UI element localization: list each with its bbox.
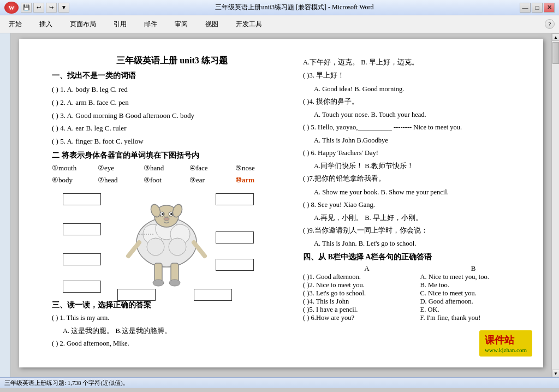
r-q9: ( )9.当你邀请别人一同上学时，你会说： (303, 225, 516, 236)
r-q2a: A.下午好，迈克。 B. 早上好，迈克。 (303, 57, 516, 68)
svg-point-11 (164, 217, 169, 221)
s3-q2: ( ) 2. Good afternoon, Mike. (52, 338, 292, 349)
match5-b: E. OK. (420, 306, 516, 314)
right-column: A.下午好，迈克。 B. 早上好，迈克。 ( )3. 早上好！ A. Good … (303, 55, 516, 351)
scroll-down-button[interactable]: ▼ (552, 370, 559, 377)
r-q9a: A. This is John. B. Let's go to school. (303, 238, 516, 249)
svg-point-10 (170, 213, 173, 215)
section3-title: 三、读一读，选择正确的答案 (52, 300, 292, 310)
match3-b: C. Nice to meet you. (420, 289, 516, 298)
status-text: 三年级英语上册练习题: 1,738 个字符(近似值)。 (4, 379, 129, 387)
label-foot: ⑧foot (144, 176, 187, 185)
help-button[interactable]: ? (545, 19, 555, 29)
save-button[interactable]: 💾 (21, 3, 32, 13)
match6-b: F. I'm fine, thank you! (420, 314, 516, 322)
label-arm: ⑩arm (235, 176, 279, 185)
match2-b: B. Me too. (420, 281, 516, 289)
section1-title: 一、找出不是一类的词语 (52, 71, 292, 81)
match6-a: ( ) 6.How are you? (303, 314, 420, 322)
label-eye: ②eye (98, 164, 141, 173)
blank-box-5 (63, 253, 101, 265)
ribbon: 开始 插入 页面布局 引用 邮件 审阅 视图 开发工具 ? (0, 15, 559, 33)
match-row-4: ( )4. This is John D. Good afternoon. (303, 298, 516, 306)
title-bar: W 💾 ↩ ↪ ▼ 三年级英语上册unit3练习题 [兼容模式] - Micro… (0, 0, 559, 15)
status-bar: 三年级英语上册练习题: 1,738 个字符(近似值)。 (0, 377, 559, 388)
blank-box-3 (63, 223, 101, 235)
close-button[interactable]: ✕ (544, 3, 555, 13)
s1-item1: ( ) 1. A. body B. leg C. red (52, 84, 292, 96)
svg-point-19 (169, 280, 180, 286)
r-q4: ( )4. 摸你的鼻子。 (303, 96, 516, 108)
scroll-thumb[interactable] (552, 42, 559, 64)
tab-insert[interactable]: 插入 (35, 17, 57, 31)
match-row-6: ( ) 6.How are you? F. I'm fine, thank yo… (303, 314, 516, 322)
svg-point-18 (153, 280, 164, 286)
document-area: 三年级英语上册 unit3 练习题 一、找出不是一类的词语 ( ) 1. A. … (11, 33, 551, 377)
match1-b: A. Nice to meet you, too. (420, 273, 516, 281)
tab-dev[interactable]: 开发工具 (231, 17, 266, 31)
s3-q1a: A. 这是我的腿。 B.这是我的胳膊。 (52, 325, 292, 336)
s3-q1: ( ) 1. This is my arm. (52, 312, 292, 324)
label-nose: ⑤nose (235, 164, 279, 173)
section2-title: 二 将表示身体各器官的单词填在下图括号内 (52, 151, 292, 161)
label-face: ④face (189, 164, 233, 173)
body-labels: ①mouth ②eye ③hand ④face ⑤nose (52, 164, 292, 173)
blank-box-7 (63, 281, 101, 293)
office-logo[interactable]: W (4, 2, 19, 14)
label-hand: ③hand (144, 164, 187, 173)
body-diagram (52, 188, 281, 297)
s1-item5: ( ) 5. A. finger B. foot C. yellow (52, 136, 292, 147)
label-head: ⑦head (98, 176, 141, 185)
label-body: ⑥body (52, 176, 96, 185)
match-row-5: ( )5. I have a pencil. E. OK. (303, 306, 516, 314)
tab-mailings[interactable]: 邮件 (140, 17, 162, 31)
document-title: 三年级英语上册 unit3 练习题 (52, 55, 292, 67)
r-q6: ( ) 6. Happy Teachers' Day! (303, 147, 516, 159)
s1-item4: ( ) 4. A. ear B. leg C. ruler (52, 123, 292, 134)
r-q4a: A. Touch your nose. B. Touch your head. (303, 109, 516, 120)
match-col-headers: A B (303, 264, 516, 273)
s1-item2: ( ) 2. A. arm B. face C. pen (52, 97, 292, 109)
tab-review[interactable]: 审阅 (170, 17, 192, 31)
svg-point-5 (169, 238, 186, 256)
label-mouth: ①mouth (52, 164, 96, 173)
r-q3a: A. Good idea! B. Good morning. (303, 84, 516, 94)
window-title: 三年级英语上册unit3练习题 [兼容模式] - Microsoft Word (69, 3, 520, 12)
left-column: 三年级英语上册 unit3 练习题 一、找出不是一类的词语 ( ) 1. A. … (52, 55, 292, 351)
col-b-header: B (431, 264, 516, 273)
label-ear: ⑨ear (189, 176, 233, 185)
r-q5a: A. This is John B.Goodbye (303, 135, 516, 146)
match5-a: ( )5. I have a pencil. (303, 306, 420, 314)
redo-button[interactable]: ↪ (46, 3, 57, 13)
r-q7: ( )7.把你的铅笔拿给我看。 (303, 173, 516, 185)
blank-box-4 (216, 231, 254, 243)
body-labels-2: ⑥body ⑦head ⑧foot ⑨ear ⑩arm (52, 176, 292, 185)
tab-references[interactable]: 引用 (109, 17, 131, 31)
sheep-illustration (123, 188, 210, 292)
watermark: 课件站 www.kjzhan.com (479, 330, 532, 357)
s1-item3: ( ) 3. A. Good morning B Good afternoon … (52, 110, 292, 122)
vertical-scrollbar[interactable]: ▲ ▼ (551, 33, 559, 377)
tab-start[interactable]: 开始 (4, 17, 26, 31)
r-q6a: A.同学们快乐！ B.教师节快乐！ (303, 161, 516, 171)
svg-point-4 (147, 238, 164, 256)
maximize-button[interactable]: □ (532, 3, 543, 13)
blank-box-1 (63, 193, 101, 205)
match3-a: ( )3. Let's go to school. (303, 289, 420, 298)
scroll-track (552, 41, 559, 370)
tab-view[interactable]: 视图 (201, 17, 223, 31)
tab-layout[interactable]: 页面布局 (66, 17, 100, 31)
r-q3: ( )3. 早上好！ (303, 70, 516, 81)
section4-title: 四、从 B栏中选择 A栏各句的正确答语 (303, 252, 516, 262)
r-q7a: A. Show me your book. B. Show me your pe… (303, 187, 516, 198)
customize-button[interactable]: ▼ (58, 3, 69, 13)
minimize-button[interactable]: — (520, 3, 531, 13)
match-row-3: ( )3. Let's go to school. C. Nice to mee… (303, 289, 516, 298)
match1-a: ( )1. Good afternoon. (303, 273, 420, 281)
match4-a: ( )4. This is John (303, 298, 420, 306)
col-a-header: A (303, 264, 431, 273)
scroll-up-button[interactable]: ▲ (552, 33, 559, 41)
undo-button[interactable]: ↩ (33, 3, 44, 13)
r-q8: ( ) 8. See you! Xiao Gang. (303, 199, 516, 211)
blank-box-2 (216, 193, 254, 205)
